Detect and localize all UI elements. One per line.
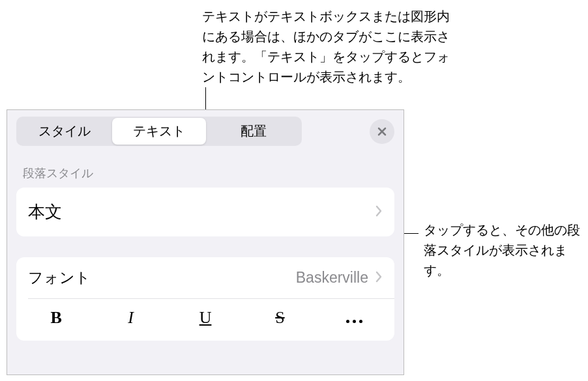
callout-top: テキストがテキストボックスまたは図形内にある場合は、ほかのタブがここに表示されま… [202,7,456,87]
bold-button[interactable]: B [19,303,93,333]
close-button[interactable] [370,119,394,144]
font-value: Baskerville [296,269,368,287]
chevron-right-icon [375,205,383,220]
italic-button[interactable]: I [93,303,168,333]
close-icon [377,126,387,137]
more-formatting-button[interactable] [317,303,392,333]
strikethrough-button[interactable]: S [243,303,317,333]
font-label: フォント [28,268,91,288]
callout-right: タップすると、その他の段落スタイルが表示されます。 [424,220,580,281]
tab-style[interactable]: スタイル [18,118,112,145]
tab-text[interactable]: テキスト [112,118,207,145]
format-panel: スタイル テキスト 配置 段落スタイル 本文 フォント Baskerville [7,109,404,375]
chevron-right-icon [375,270,383,286]
tab-bar: スタイル テキスト 配置 [7,110,404,152]
font-row[interactable]: フォント Baskerville [16,257,394,298]
paragraph-style-group: 本文 [16,188,394,236]
paragraph-style-value: 本文 [28,201,62,223]
segmented-control: スタイル テキスト 配置 [16,117,302,146]
font-group: フォント Baskerville B I U S [16,257,394,341]
ellipsis-icon [346,320,362,323]
text-format-row: B I U S [16,299,394,341]
paragraph-style-row[interactable]: 本文 [16,188,394,236]
tab-arrange[interactable]: 配置 [206,118,301,145]
paragraph-style-section-label: 段落スタイル [7,152,404,185]
underline-button[interactable]: U [168,303,243,333]
